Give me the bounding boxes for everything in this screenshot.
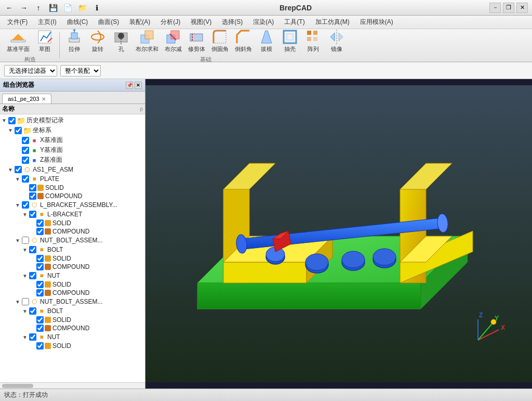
expand-icon-25[interactable]: ▼ [22, 334, 28, 340]
expand-icon-24[interactable] [29, 325, 35, 331]
tree-row-9[interactable]: COMPOUND [0, 192, 145, 200]
expand-icon-20[interactable] [29, 290, 35, 296]
tree-row-17[interactable]: COMPOUND [0, 263, 145, 271]
check-15[interactable] [29, 246, 36, 253]
tree-row-11[interactable]: ▼ ■ L-BRACKET [0, 210, 145, 219]
tree-row-12[interactable]: SOLID [0, 219, 145, 227]
check-23[interactable] [36, 316, 44, 324]
tree-row-24[interactable]: COMPOUND [0, 324, 145, 332]
menu-item-j[interactable]: 分析(J) [155, 16, 185, 28]
toolbar-trim-button[interactable]: 修剪体 [185, 27, 208, 55]
toolbar-bool-add-button[interactable]: 布尔求和 [133, 27, 161, 55]
tree-row-20[interactable]: COMPOUND [0, 289, 145, 297]
tree-row-7[interactable]: ▼ ■ PLATE [0, 174, 145, 184]
tree-row-16[interactable]: SOLID [0, 254, 145, 263]
check-17[interactable] [36, 263, 44, 270]
expand-icon-14[interactable]: ▼ [15, 237, 21, 243]
check-20[interactable] [36, 289, 44, 296]
check-4[interactable] [22, 147, 29, 154]
check-24[interactable] [36, 325, 44, 332]
check-16[interactable] [36, 255, 44, 262]
check-6[interactable] [15, 166, 22, 173]
menu-item-s[interactable]: 曲面(S) [93, 16, 124, 28]
menu-item-v[interactable]: 视图(V) [185, 16, 217, 28]
menu-item-c[interactable]: 曲线(C) [62, 16, 94, 28]
check-1[interactable] [8, 117, 16, 124]
toolbar-mirror-button[interactable]: 镜像 [325, 27, 348, 55]
tree-row-6[interactable]: ▼ ⬡ AS1_PE_ASM [0, 165, 145, 174]
tree-row-23[interactable]: SOLID [0, 316, 145, 324]
expand-icon-17[interactable] [29, 264, 35, 270]
expand-icon-26[interactable] [29, 343, 35, 349]
check-22[interactable] [29, 307, 36, 315]
tree-row-2[interactable]: ▼ 📁 坐标系 [0, 125, 145, 135]
expand-icon-1[interactable]: ▼ [1, 118, 7, 124]
panel-close-button[interactable]: ✕ [135, 82, 142, 89]
filter-select[interactable]: 无选择过滤器 [4, 65, 57, 76]
check-11[interactable] [29, 211, 36, 218]
check-8[interactable] [29, 184, 36, 191]
toolbar-draft-button[interactable]: 拔模 [255, 27, 278, 55]
expand-icon-15[interactable]: ▼ [22, 247, 28, 253]
toolbar-chamfer-button[interactable]: 倒斜角 [232, 27, 255, 55]
tab-as1-pe-203[interactable]: as1_pe_203 ✕ [2, 94, 51, 104]
new-icon[interactable]: 📄 [62, 3, 73, 13]
check-13[interactable] [36, 228, 44, 235]
up-icon[interactable]: ↑ [33, 3, 44, 13]
close-button[interactable]: ✕ [516, 3, 528, 13]
expand-icon-9[interactable] [22, 193, 28, 199]
expand-icon-18[interactable]: ▼ [22, 273, 28, 279]
check-9[interactable] [29, 192, 36, 200]
menu-item-s[interactable]: 选择(S) [217, 16, 248, 28]
check-14[interactable] [22, 237, 29, 244]
tree-row-10[interactable]: ▼ ⬡ L_BRACKET_ASSEMBLY... [0, 200, 145, 210]
check-26[interactable] [36, 342, 44, 350]
expand-icon-7[interactable]: ▼ [15, 176, 21, 182]
expand-icon-23[interactable] [29, 317, 35, 323]
back-icon[interactable]: ← [4, 3, 15, 13]
check-12[interactable] [36, 219, 44, 227]
check-2[interactable] [15, 127, 22, 134]
check-21[interactable] [22, 298, 29, 305]
tree-row-5[interactable]: ■ Z基准面 [0, 155, 145, 165]
tree-row-19[interactable]: SOLID [0, 280, 145, 289]
check-19[interactable] [36, 281, 44, 288]
menu-item-a[interactable]: 装配(A) [124, 16, 155, 28]
toolbar-hole-button[interactable]: 孔 [110, 27, 132, 55]
tree-row-13[interactable]: COMPOUND [0, 227, 145, 236]
expand-icon-10[interactable]: ▼ [15, 202, 21, 208]
tree-row-22[interactable]: ▼ ■ BOLT [0, 306, 145, 316]
tree-row-3[interactable]: ■ X基准面 [0, 135, 145, 145]
expand-icon-5[interactable] [15, 157, 21, 163]
check-3[interactable] [22, 137, 29, 144]
menu-item-t[interactable]: 工具(T) [279, 16, 310, 28]
expand-icon-2[interactable]: ▼ [7, 127, 14, 134]
expand-icon-4[interactable] [15, 147, 21, 153]
panel-pin-button[interactable]: 📌 [126, 82, 133, 89]
check-7[interactable] [22, 175, 29, 183]
toolbar-fillet-button[interactable]: 倒圆角 [208, 27, 231, 55]
assembly-select[interactable]: 整个装配 [60, 65, 101, 76]
toolbar-sketch-button[interactable]: 草图 [33, 27, 56, 55]
menu-item-a[interactable]: 渲染(A) [248, 16, 279, 28]
expand-icon-21[interactable]: ▼ [15, 299, 21, 305]
menu-item-a[interactable]: 应用模块(A) [355, 16, 398, 28]
expand-icon-12[interactable] [29, 220, 35, 226]
toolbar-shell-button[interactable]: 抽壳 [278, 27, 301, 55]
tree-row-1[interactable]: ▼ 📁 历史模型记录 [0, 115, 145, 125]
check-10[interactable] [22, 201, 29, 209]
forward-icon[interactable]: → [19, 3, 29, 13]
maximize-button[interactable]: ❐ [503, 3, 514, 13]
toolbar-extrude-button[interactable]: 拉伸 [63, 27, 86, 55]
check-25[interactable] [29, 333, 36, 341]
tree-area[interactable]: ▼ 📁 历史模型记录 ▼ 📁 坐标系 ■ X基准面 [0, 114, 145, 382]
open-icon[interactable]: 📁 [77, 3, 87, 13]
info-icon[interactable]: ℹ [91, 3, 102, 13]
toolbar-pattern-button[interactable]: 阵列 [302, 27, 325, 55]
tree-row-14[interactable]: ▼ ⬡ NUT_BOLT_ASSEM... [0, 236, 145, 245]
minimize-button[interactable]: － [489, 3, 501, 13]
menu-item-m[interactable]: 加工仿真(M) [310, 16, 355, 28]
check-18[interactable] [29, 272, 36, 279]
tree-row-18[interactable]: ▼ ■ NUT [0, 271, 145, 280]
toolbar-revolve-button[interactable]: 旋转 [86, 27, 109, 55]
